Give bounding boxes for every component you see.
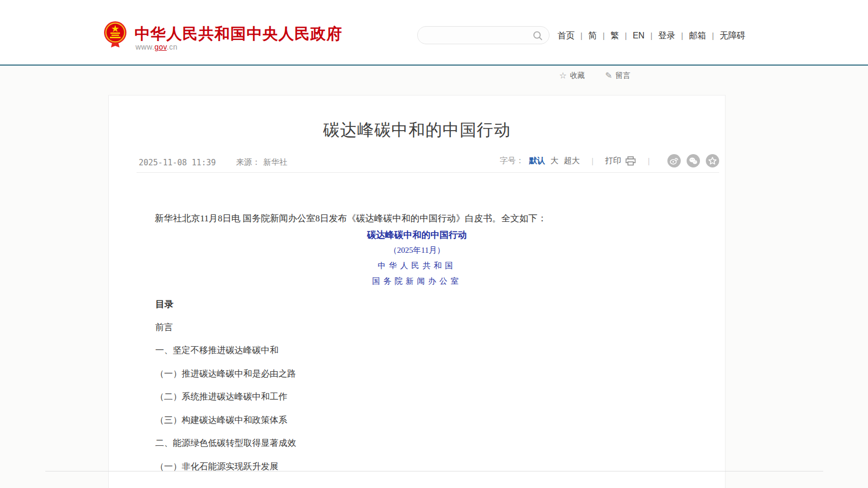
toc-item-section1-2: （二）系统推进碳达峰碳中和工作: [155, 391, 288, 403]
nav-item-login[interactable]: 登录: [658, 30, 675, 42]
search-icon[interactable]: [532, 30, 544, 42]
source-value[interactable]: 新华社: [264, 157, 288, 167]
nav-separator: |: [712, 31, 714, 40]
top-nav: 首页 | 简 | 繁 | EN | 登录 | 邮箱 | 无障碍: [558, 29, 745, 42]
weibo-icon: [670, 156, 679, 165]
doc-date-line: （2025年11月）: [109, 245, 725, 255]
article-title: 碳达峰碳中和的中国行动: [109, 119, 725, 141]
star-icon: ☆: [559, 70, 567, 81]
site-url-gov: gov: [154, 43, 166, 51]
fontsize-default-button[interactable]: 默认: [529, 156, 545, 166]
share-icons: [662, 154, 719, 167]
bottom-rule: [45, 471, 823, 471]
search-input[interactable]: [426, 28, 530, 44]
header-divider-line: [0, 65, 868, 66]
nav-item-traditional[interactable]: 繁: [610, 30, 619, 42]
toc-title: 目录: [155, 298, 173, 310]
article-panel: 碳达峰碳中和的中国行动 2025-11-08 11:39 来源： 新华社 字号：…: [108, 95, 726, 488]
print-button[interactable]: 打印: [605, 156, 636, 166]
pencil-icon: ✎: [605, 70, 612, 81]
favorite-button[interactable]: ☆ 收藏: [559, 70, 585, 81]
star-share-icon: [708, 156, 717, 165]
article-meta-row: 2025-11-08 11:39 来源： 新华社 字号： 默认 大 超大 | 打…: [137, 153, 719, 173]
toc-item-preface: 前言: [155, 322, 173, 333]
comment-label: 留言: [616, 71, 631, 81]
toc-item-section2: 二、能源绿色低碳转型取得显著成效: [155, 437, 296, 449]
nav-item-english[interactable]: EN: [633, 31, 644, 41]
favorite-label: 收藏: [570, 71, 585, 81]
print-label: 打印: [605, 156, 621, 166]
site-url: www.gov.cn: [136, 43, 178, 51]
wechat-icon: [689, 156, 698, 165]
article-date: 2025-11-08 11:39: [139, 158, 216, 167]
toc-item-section1-3: （三）构建碳达峰碳中和政策体系: [155, 414, 288, 426]
source-label: 来源：: [236, 157, 260, 167]
nav-separator: |: [681, 31, 683, 40]
site-url-www: www.: [136, 43, 154, 51]
fontsize-large-button[interactable]: 大: [551, 156, 559, 166]
nav-separator: |: [603, 31, 605, 40]
article-meta-left: 2025-11-08 11:39 来源： 新华社: [139, 157, 288, 167]
quickbar: ☆ 收藏 ✎ 留言: [559, 70, 651, 81]
nav-item-accessibility[interactable]: 无障碍: [720, 30, 745, 42]
nav-item-home[interactable]: 首页: [558, 30, 575, 42]
comment-button[interactable]: ✎ 留言: [605, 70, 630, 81]
fontsize-xlarge-button[interactable]: 超大: [564, 156, 580, 166]
toc-item-section1: 一、坚定不移推进碳达峰碳中和: [155, 345, 278, 356]
nav-separator: |: [625, 31, 627, 40]
printer-icon: [625, 156, 636, 166]
search-box[interactable]: [417, 26, 550, 44]
site-header: 中华人民共和国中央人民政府 www.gov.cn 首页 | 简 | 繁 | EN…: [0, 0, 868, 65]
nav-item-mail[interactable]: 邮箱: [689, 30, 706, 42]
article-meta-right: 字号： 默认 大 超大 | 打印 |: [500, 154, 719, 167]
nav-separator: |: [650, 31, 652, 40]
meta-separator: |: [592, 157, 594, 165]
share-wechat-button[interactable]: [687, 154, 700, 167]
doc-issuer-line1: 中华人民共和国: [109, 261, 725, 271]
fontsize-label: 字号：: [500, 156, 524, 166]
nav-separator: |: [580, 31, 583, 40]
article-lead-paragraph: 新华社北京11月8日电 国务院新闻办公室8日发布《碳达峰碳中和的中国行动》白皮书…: [137, 211, 719, 226]
site-url-cn: .cn: [167, 43, 178, 51]
meta-separator: |: [648, 157, 650, 165]
share-weibo-button[interactable]: [667, 154, 681, 167]
toc-item-section1-1: （一）推进碳达峰碳中和是必由之路: [155, 368, 296, 380]
share-qzone-button[interactable]: [706, 154, 719, 167]
national-emblem-logo: [102, 21, 128, 49]
doc-issuer-line2: 国务院新闻办公室: [109, 276, 725, 286]
nav-item-simplified[interactable]: 简: [588, 30, 597, 42]
doc-title: 碳达峰碳中和的中国行动: [109, 229, 725, 241]
site-title: 中华人民共和国中央人民政府: [134, 23, 343, 45]
